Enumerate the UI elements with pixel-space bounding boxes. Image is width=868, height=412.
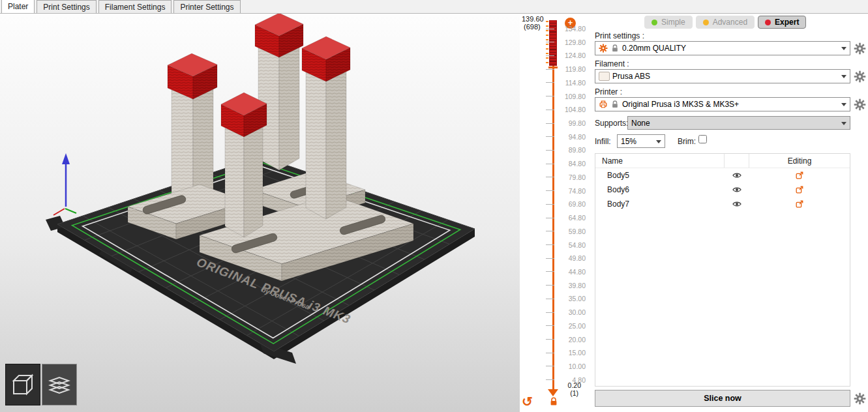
tab[interactable]: Print Settings	[37, 0, 96, 13]
layer-tick: 44.80	[546, 268, 588, 276]
3d-viewport[interactable]: ORIGINAL PRUSA i3 MK3 by Josef Prusa	[0, 14, 520, 412]
layer-tick-label: 54.80	[557, 241, 586, 249]
object-name: Body7	[595, 199, 725, 209]
mode-button[interactable]: Advanced	[696, 16, 755, 29]
layer-tick-label: 10.00	[557, 362, 586, 370]
layer-tick: 94.80	[546, 133, 588, 141]
layer-tick: 54.80	[546, 241, 588, 249]
filament-color-swatch	[599, 72, 610, 81]
layer-tick: 15.00	[546, 349, 588, 357]
layer-tick: 49.80	[546, 254, 588, 262]
layer-tick: 59.80	[546, 228, 588, 235]
layer-tick: 124.80	[546, 52, 588, 59]
print-settings-combo[interactable]: 0.20mm QUALITY	[595, 41, 850, 55]
model-tower-4[interactable]	[302, 37, 350, 219]
table-row[interactable]: Body5	[595, 168, 850, 183]
brim-checkbox[interactable]	[698, 135, 707, 143]
layer-tick-label: 114.80	[557, 79, 586, 87]
layer-tick: 114.80	[546, 79, 588, 87]
table-row[interactable]: Body7	[595, 197, 850, 211]
layer-tick-label: 49.80	[557, 254, 586, 262]
printer-combo[interactable]: Original Prusa i3 MK3S & MK3S+	[595, 97, 850, 111]
mode-switcher: Simple Advanced Expert	[644, 16, 806, 29]
layer-tick-label: 59.80	[557, 228, 586, 235]
layer-tick-label: 20.00	[557, 336, 586, 344]
layer-max-value: 139.60	[522, 15, 544, 23]
edit-icon	[795, 171, 804, 180]
undo-icon[interactable]: ↺	[522, 394, 533, 409]
tab-label: Print Settings	[43, 3, 89, 12]
layer-tick: 134.80	[546, 25, 588, 33]
printer-gear-button[interactable]	[854, 98, 866, 111]
view-layers-button[interactable]	[42, 364, 77, 405]
tab[interactable]: Printer Settings	[173, 0, 240, 13]
mode-dot-icon	[703, 20, 709, 25]
layer-tick: 104.80	[546, 106, 588, 113]
mode-button[interactable]: Expert	[758, 16, 806, 29]
edit-icon	[795, 199, 804, 209]
gear-icon	[854, 392, 866, 405]
filament-gear-button[interactable]	[854, 70, 866, 83]
supports-label: Supports:	[595, 119, 628, 128]
model-tower-1[interactable]	[168, 53, 217, 205]
slider-bottom-arrow-icon	[548, 389, 558, 396]
print-settings-gear-button[interactable]	[854, 42, 866, 55]
layer-tick-label: 124.80	[557, 52, 586, 59]
layer-tick-label: 39.80	[557, 282, 586, 289]
layer-tick-label: 119.80	[557, 65, 586, 73]
filament-combo[interactable]: Prusa ABS	[595, 69, 850, 83]
layer-tick: 69.80	[546, 200, 588, 208]
tab-label: Filament Settings	[105, 3, 166, 12]
column-header-visibility	[725, 154, 749, 168]
objects-table-rows: Body5 Body6	[595, 168, 850, 211]
prusaslicer-window: Plater Print Settings Filament Settings …	[0, 0, 868, 412]
slice-settings-gear-button[interactable]	[854, 392, 866, 405]
lock-icon[interactable]	[548, 396, 559, 407]
settings-panel: Simple Advanced Expert Print settings : …	[592, 14, 868, 412]
mode-label: Simple	[661, 18, 685, 27]
mode-button[interactable]: Simple	[644, 16, 693, 29]
supports-value: None	[631, 119, 839, 128]
column-header-name: Name	[595, 154, 725, 168]
object-settings-button[interactable]	[749, 185, 850, 194]
object-settings-button[interactable]	[749, 199, 850, 209]
layer-tick-label: 129.80	[557, 38, 586, 46]
printer-value: Original Prusa i3 MK3S & MK3S+	[622, 100, 837, 109]
layer-tick-label: 64.80	[557, 214, 586, 222]
layer-tick: 129.80	[546, 38, 588, 46]
layer-tick-label: 15.00	[557, 349, 586, 357]
tab-label: Plater	[8, 2, 28, 11]
infill-select[interactable]: 15%	[617, 134, 665, 148]
gear-icon	[854, 42, 866, 55]
layer-tick: 10.00	[546, 362, 588, 370]
tab[interactable]: Plater	[1, 0, 35, 13]
layer-tick: 109.80	[546, 93, 588, 100]
eye-icon	[732, 185, 741, 194]
tab[interactable]: Filament Settings	[98, 0, 172, 13]
slice-now-button[interactable]: Slice now	[595, 390, 850, 407]
gear-icon	[854, 70, 866, 83]
visibility-toggle[interactable]	[725, 185, 749, 194]
printer-icon	[599, 100, 608, 109]
object-settings-button[interactable]	[749, 171, 850, 180]
mode-label: Expert	[775, 18, 799, 27]
infill-label: Infill:	[595, 137, 611, 146]
filament-label: Filament :	[595, 59, 629, 68]
gear-icon	[854, 98, 866, 111]
layer-tick: 39.80	[546, 282, 588, 289]
layer-tick-label: 74.80	[557, 187, 586, 195]
model-tower-3[interactable]	[221, 93, 267, 237]
layer-tick-label: 69.80	[557, 200, 586, 208]
visibility-toggle[interactable]	[725, 199, 749, 209]
print-settings-value: 0.20mm QUALITY	[622, 44, 837, 53]
visibility-toggle[interactable]	[725, 171, 749, 180]
view-3d-button[interactable]	[5, 364, 40, 405]
chevron-down-icon	[839, 72, 848, 81]
layer-tick: 99.80	[546, 119, 588, 127]
supports-select[interactable]: None	[627, 116, 850, 130]
settings-tabbar: Plater Print Settings Filament Settings …	[0, 0, 868, 14]
table-row[interactable]: Body6	[595, 183, 850, 197]
edit-icon	[795, 185, 804, 194]
3d-scene[interactable]: ORIGINAL PRUSA i3 MK3 by Josef Prusa	[0, 14, 520, 412]
layer-tick: 119.80	[546, 65, 588, 73]
